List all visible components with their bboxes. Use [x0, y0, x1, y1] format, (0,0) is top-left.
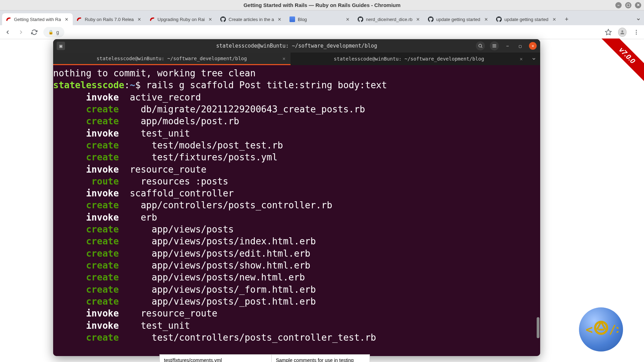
tab-title: update getting started [436, 17, 481, 22]
terminal-output-line: invoke test_unit [53, 320, 540, 332]
terminal-output-line: create app/views/posts/new.html.erb [53, 271, 540, 283]
browser-tab[interactable]: update getting started✕ [493, 13, 561, 25]
terminal-titlebar: ▣ statelesscode@winBuntu: ~/software_dev… [53, 39, 540, 53]
terminal-output-line: create app/views/posts [53, 223, 540, 235]
tab-close-button[interactable]: ✕ [484, 16, 489, 22]
terminal-menu-button[interactable] [490, 41, 499, 50]
terminal-tabs: statelesscode@winBuntu: ~/software_devel… [53, 53, 540, 65]
terminal-tab-close-button[interactable]: ✕ [520, 56, 523, 62]
forward-button[interactable] [17, 28, 25, 36]
browser-tab[interactable]: Blog✕ [286, 13, 354, 25]
terminal-output-line: create test/fixtures/posts.yml [53, 151, 540, 163]
tab-favicon-blog-icon [289, 16, 295, 22]
terminal-app-icon[interactable]: ▣ [57, 42, 65, 50]
terminal-title: statelesscode@winBuntu: ~/software_devel… [53, 43, 540, 49]
doc-cell-desc: Sample comments for use in testing [272, 355, 370, 362]
terminal-output-line: create app/views/posts/edit.html.erb [53, 248, 540, 259]
terminal-search-button[interactable] [476, 41, 485, 50]
version-ribbon-label: v7.0.0 [598, 39, 644, 84]
terminal-tab-title: statelesscode@winBuntu: ~/software_devel… [334, 56, 484, 62]
desktop-maximize-button[interactable]: ▢ [625, 2, 631, 8]
terminal-line: nothing to commit, working tree clean [53, 67, 540, 79]
tab-title: update getting started [505, 17, 549, 22]
new-tab-button[interactable]: + [561, 13, 573, 25]
terminal-close-button[interactable]: ✕ [529, 42, 537, 50]
tab-favicon-github-icon [496, 16, 502, 22]
version-ribbon: v7.0.0 [596, 39, 644, 88]
tab-favicon-rails-icon [76, 16, 82, 22]
svg-text:/>: /> [609, 322, 618, 336]
terminal-output-line: create app/views/posts/_form.html.erb [53, 284, 540, 295]
terminal-tab-close-button[interactable]: ✕ [282, 56, 285, 61]
terminal-output-line: invoke resource_route [53, 163, 540, 175]
browser-tab[interactable]: Create articles in the a✕ [217, 13, 286, 25]
terminal-output-line: invoke test_unit [53, 127, 540, 139]
tab-close-button[interactable]: ✕ [64, 16, 69, 22]
terminal-window: ▣ statelesscode@winBuntu: ~/software_dev… [53, 39, 540, 356]
terminal-scrollbar[interactable] [537, 317, 539, 338]
terminal-output-line: create app/models/post.rb [53, 115, 540, 127]
terminal-output-line: invoke active_record [53, 91, 540, 103]
desktop-titlebar: Getting Started with Rails — Ruby on Rai… [0, 0, 644, 11]
terminal-tab-dropdown-button[interactable] [528, 53, 540, 65]
terminal-body[interactable]: nothing to commit, working tree cleansta… [53, 65, 540, 356]
terminal-prompt-line: statelesscode:~$ rails g scaffold Post t… [53, 79, 540, 91]
terminal-maximize-button[interactable]: ▢ [516, 42, 524, 50]
desktop-window-title: Getting Started with Rails — Ruby on Rai… [243, 2, 400, 8]
logo-badge: < /> [579, 307, 623, 351]
desktop-close-button[interactable]: ✕ [635, 2, 641, 8]
browser-tab[interactable]: Upgrading Ruby on Rai✕ [146, 13, 217, 25]
terminal-output-line: invoke erb [53, 211, 540, 223]
browser-tab[interactable]: Getting Started with Ra✕ [2, 13, 73, 25]
page-content: v7.0.0 ▣ statelesscode@winBuntu: ~/softw… [0, 39, 644, 362]
tab-overflow-button[interactable] [635, 13, 642, 25]
browser-tab[interactable]: update getting started✕ [424, 13, 493, 25]
svg-marker-0 [606, 29, 611, 35]
terminal-output-line: create app/views/posts/show.html.erb [53, 259, 540, 271]
browser-tab[interactable]: nerd_dice/nerd_dice.rb✕ [354, 13, 424, 25]
back-button[interactable] [3, 28, 12, 36]
tab-close-button[interactable]: ✕ [208, 16, 213, 22]
svg-point-3 [636, 32, 637, 33]
tab-title: nerd_dice/nerd_dice.rb [366, 17, 413, 22]
terminal-output-line: invoke resource_route [53, 307, 540, 319]
tab-close-button[interactable]: ✕ [552, 16, 557, 22]
svg-point-4 [636, 33, 637, 34]
browser-toolbar: 🔒 g [0, 25, 644, 39]
terminal-output-line: create app/controllers/posts_controller.… [53, 199, 540, 211]
terminal-output-line: invoke scaffold_controller [53, 187, 540, 199]
profile-button[interactable] [618, 28, 627, 36]
address-bar[interactable]: 🔒 g [43, 27, 64, 37]
browser-tab-strip: Getting Started with Ra✕Ruby on Rails 7.… [0, 11, 644, 25]
terminal-output-line: create db/migrate/20211229200643_create_… [53, 103, 540, 115]
browser-menu-button[interactable] [632, 28, 641, 36]
tab-close-button[interactable]: ✕ [415, 16, 421, 22]
desktop-window-controls: − ▢ ✕ [615, 2, 641, 8]
tab-title: Ruby on Rails 7.0 Relea [85, 17, 134, 22]
terminal-output-line: route resources :posts [53, 175, 540, 187]
tab-favicon-rails-icon [6, 16, 11, 22]
tab-close-button[interactable]: ✕ [137, 16, 142, 22]
reload-button[interactable] [30, 28, 38, 36]
desktop-minimize-button[interactable]: − [615, 2, 622, 8]
tab-close-button[interactable]: ✕ [345, 16, 351, 22]
terminal-output-line: create app/views/posts/index.html.erb [53, 235, 540, 247]
tab-title: Upgrading Ruby on Rai [158, 17, 205, 22]
terminal-tab-title: statelesscode@winBuntu: ~/software_devel… [96, 56, 247, 61]
terminal-minimize-button[interactable]: − [504, 42, 511, 50]
lock-icon: 🔒 [48, 30, 53, 35]
bookmark-star-button[interactable] [604, 28, 613, 36]
svg-point-2 [636, 30, 637, 31]
profile-avatar-icon [618, 28, 627, 37]
terminal-output-line: create test/controllers/posts_controller… [53, 332, 540, 343]
svg-point-1 [621, 30, 623, 32]
browser-tab[interactable]: Ruby on Rails 7.0 Relea✕ [73, 13, 145, 25]
terminal-tab[interactable]: statelesscode@winBuntu: ~/software_devel… [53, 53, 291, 65]
tab-title: Getting Started with Ra [14, 17, 61, 22]
tab-close-button[interactable]: ✕ [277, 16, 282, 22]
svg-point-5 [479, 44, 481, 47]
tab-favicon-rails-icon [149, 16, 155, 22]
doc-cell-path: test/fixtures/comments.yml [160, 355, 272, 362]
url-text: g [56, 29, 59, 35]
terminal-tab[interactable]: statelesscode@winBuntu: ~/software_devel… [291, 53, 528, 65]
